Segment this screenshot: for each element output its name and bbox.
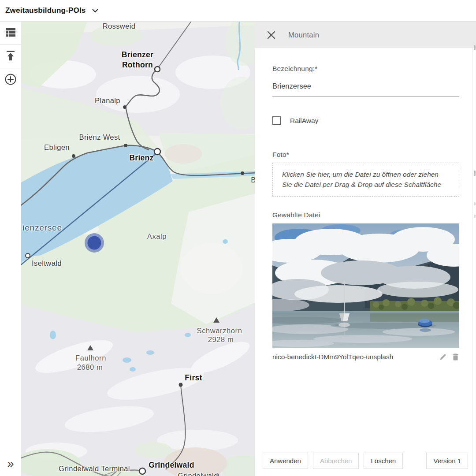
map-label: Brienzer (122, 50, 153, 60)
upload-icon (6, 51, 15, 62)
file-dropzone[interactable]: Klicken Sie hier, um die Datei zu öffnen… (272, 163, 459, 197)
bezeichnung-input[interactable]: Brienzersee (272, 82, 459, 97)
panel-header: Mountain (255, 22, 476, 48)
delete-button[interactable]: Löschen (364, 453, 403, 469)
version-button[interactable]: Version 1 (426, 453, 468, 469)
map-label: Ebligen (44, 143, 70, 152)
panel-body: Bezeichnung:* Brienzersee RailAway Foto*… (255, 48, 476, 445)
map-label: Planalp (95, 97, 120, 105)
map-label: Brienz (129, 153, 153, 163)
map-label: Grindelwald (178, 472, 218, 476)
map-label: Faulhorn (75, 354, 106, 362)
selected-file-row: nico-benedickt-DMm9YolTqeo-unsplash (272, 353, 459, 361)
map-label: Schwarzhorn (197, 327, 242, 335)
poi-list-button[interactable] (0, 22, 21, 45)
input-underline (272, 97, 459, 97)
map-label: Grindelwald (149, 461, 194, 470)
add-circle-icon (5, 74, 16, 87)
poi-marker-brienzersee[interactable] (85, 233, 104, 253)
cancel-button[interactable]: Abbrechen (313, 453, 359, 469)
add-poi-button[interactable] (0, 68, 21, 92)
upload-button[interactable] (0, 45, 21, 68)
file-name: nico-benedickt-DMm9YolTqeo-unsplash (272, 353, 393, 361)
map-label: ienzersee (22, 223, 62, 233)
apply-button[interactable]: Anwenden (263, 453, 308, 469)
lake-photo (272, 223, 459, 348)
map-label: Iseltwald (32, 259, 62, 268)
panel-title: Mountain (288, 31, 319, 39)
left-toolbar: » (0, 22, 21, 476)
map-labels: RossweidBrienzerRothornPlanalpBrienz Wes… (21, 22, 255, 476)
panel-scrollbar[interactable] (472, 48, 476, 476)
map-label: 2680 m (77, 363, 103, 372)
railaway-label: RailAway (290, 117, 318, 125)
close-panel-button[interactable] (265, 29, 277, 41)
map-label: B (251, 176, 255, 184)
panel-footer: Anwenden Abbrechen Löschen Version 1 (255, 445, 476, 476)
dropzone-text: Klicken Sie hier, um die Datei zu öffnen… (282, 170, 450, 190)
delete-file-icon[interactable] (452, 353, 459, 361)
photo-preview (272, 223, 459, 348)
map-label: Axalp (147, 232, 167, 241)
map-label: Grindelwald Terminal (59, 465, 130, 473)
map-label: First (185, 373, 202, 383)
map-label: 2928 m (208, 335, 234, 344)
foto-label: Foto* (272, 151, 459, 159)
map-label: Brienz West (79, 133, 120, 141)
chevron-down-icon (92, 9, 98, 13)
edit-file-icon[interactable] (439, 353, 446, 361)
top-bar: Zweitausbildung-POIs (0, 0, 476, 22)
selected-file-label: Gewählte Datei (272, 211, 459, 219)
bezeichnung-label: Bezeichnung:* (272, 65, 459, 73)
poi-edit-panel: Mountain Bezeichnung:* Brienzersee RailA… (255, 22, 476, 476)
poi-list-icon (6, 28, 15, 38)
collapse-sidebar-button[interactable]: » (0, 455, 21, 472)
map-label: Rothorn (122, 60, 153, 70)
railaway-checkbox-row[interactable]: RailAway (272, 116, 459, 125)
map-canvas[interactable]: RossweidBrienzerRothornPlanalpBrienz Wes… (21, 22, 255, 476)
dataset-title: Zweitausbildung-POIs (5, 6, 86, 15)
bezeichnung-value: Brienzersee (272, 82, 459, 90)
dataset-selector[interactable]: Zweitausbildung-POIs (5, 6, 98, 15)
railaway-checkbox[interactable] (272, 116, 281, 125)
map-label: Rossweid (103, 22, 136, 30)
